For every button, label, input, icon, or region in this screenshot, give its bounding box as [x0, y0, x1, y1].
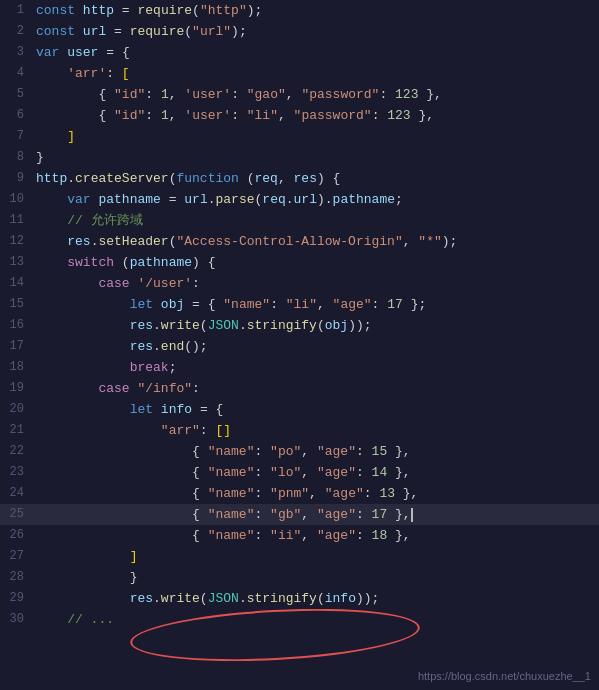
line-num-27: 27	[0, 546, 32, 567]
line-num-21: 21	[0, 420, 32, 441]
code-line-9: 9 http.createServer(function (req, res) …	[0, 168, 599, 189]
line-content-21: "arr": []	[32, 420, 599, 441]
line-content-29: res.write(JSON.stringify(info));	[32, 588, 599, 609]
line-content-19: case "/info":	[32, 378, 599, 399]
code-line-7: 7 ]	[0, 126, 599, 147]
line-content-30: // ...	[32, 609, 599, 630]
code-line-30: 30 // ...	[0, 609, 599, 630]
line-num-19: 19	[0, 378, 32, 399]
line-num-25: 25	[0, 504, 32, 525]
code-line-11: 11 // 允许跨域	[0, 210, 599, 231]
line-content-7: ]	[32, 126, 599, 147]
line-content-16: res.write(JSON.stringify(obj));	[32, 315, 599, 336]
line-num-28: 28	[0, 567, 32, 588]
line-content-9: http.createServer(function (req, res) {	[32, 168, 599, 189]
code-line-21: 21 "arr": []	[0, 420, 599, 441]
code-line-25: 25 { "name": "gb", "age": 17 },	[0, 504, 599, 525]
line-num-29: 29	[0, 588, 32, 609]
line-num-8: 8	[0, 147, 32, 168]
code-line-3: 3 var user = {	[0, 42, 599, 63]
line-content-22: { "name": "po", "age": 15 },	[32, 441, 599, 462]
line-num-13: 13	[0, 252, 32, 273]
line-num-9: 9	[0, 168, 32, 189]
code-line-28: 28 }	[0, 567, 599, 588]
code-editor: 1 const http = require("http"); 2 const …	[0, 0, 599, 690]
code-line-15: 15 let obj = { "name": "li", "age": 17 }…	[0, 294, 599, 315]
line-content-1: const http = require("http");	[32, 0, 599, 21]
line-content-27: ]	[32, 546, 599, 567]
line-content-11: // 允许跨域	[32, 210, 599, 231]
code-line-29: 29 res.write(JSON.stringify(info));	[0, 588, 599, 609]
line-num-23: 23	[0, 462, 32, 483]
watermark: https://blog.csdn.net/chuxuezhe__1	[418, 670, 591, 682]
line-num-2: 2	[0, 21, 32, 42]
line-content-28: }	[32, 567, 599, 588]
line-content-2: const url = require("url");	[32, 21, 599, 42]
line-content-24: { "name": "pnm", "age": 13 },	[32, 483, 599, 504]
line-content-23: { "name": "lo", "age": 14 },	[32, 462, 599, 483]
code-line-14: 14 case '/user':	[0, 273, 599, 294]
line-content-20: let info = {	[32, 399, 599, 420]
line-content-14: case '/user':	[32, 273, 599, 294]
code-line-8: 8 }	[0, 147, 599, 168]
line-content-15: let obj = { "name": "li", "age": 17 };	[32, 294, 599, 315]
line-num-12: 12	[0, 231, 32, 252]
line-num-5: 5	[0, 84, 32, 105]
line-content-25: { "name": "gb", "age": 17 },	[32, 504, 599, 525]
code-line-4: 4 'arr': [	[0, 63, 599, 84]
line-num-3: 3	[0, 42, 32, 63]
line-num-10: 10	[0, 189, 32, 210]
code-line-19: 19 case "/info":	[0, 378, 599, 399]
code-line-18: 18 break;	[0, 357, 599, 378]
code-line-6: 6 { "id": 1, 'user': "li", "password": 1…	[0, 105, 599, 126]
line-num-26: 26	[0, 525, 32, 546]
code-line-20: 20 let info = {	[0, 399, 599, 420]
line-content-12: res.setHeader("Access-Control-Allow-Orig…	[32, 231, 599, 252]
code-line-17: 17 res.end();	[0, 336, 599, 357]
code-line-22: 22 { "name": "po", "age": 15 },	[0, 441, 599, 462]
line-num-16: 16	[0, 315, 32, 336]
line-content-10: var pathname = url.parse(req.url).pathna…	[32, 189, 599, 210]
line-content-8: }	[32, 147, 599, 168]
code-line-16: 16 res.write(JSON.stringify(obj));	[0, 315, 599, 336]
code-line-2: 2 const url = require("url");	[0, 21, 599, 42]
line-content-17: res.end();	[32, 336, 599, 357]
line-num-24: 24	[0, 483, 32, 504]
line-num-22: 22	[0, 441, 32, 462]
code-line-1: 1 const http = require("http");	[0, 0, 599, 21]
line-num-7: 7	[0, 126, 32, 147]
code-line-24: 24 { "name": "pnm", "age": 13 },	[0, 483, 599, 504]
code-line-12: 12 res.setHeader("Access-Control-Allow-O…	[0, 231, 599, 252]
code-line-27: 27 ]	[0, 546, 599, 567]
code-line-13: 13 switch (pathname) {	[0, 252, 599, 273]
line-num-15: 15	[0, 294, 32, 315]
line-num-18: 18	[0, 357, 32, 378]
line-content-6: { "id": 1, 'user': "li", "password": 123…	[32, 105, 599, 126]
line-num-30: 30	[0, 609, 32, 630]
line-num-20: 20	[0, 399, 32, 420]
line-num-11: 11	[0, 210, 32, 231]
line-num-6: 6	[0, 105, 32, 126]
line-num-17: 17	[0, 336, 32, 357]
code-line-5: 5 { "id": 1, 'user': "gao", "password": …	[0, 84, 599, 105]
line-content-5: { "id": 1, 'user': "gao", "password": 12…	[32, 84, 599, 105]
line-content-13: switch (pathname) {	[32, 252, 599, 273]
line-num-14: 14	[0, 273, 32, 294]
line-num-4: 4	[0, 63, 32, 84]
line-content-4: 'arr': [	[32, 63, 599, 84]
code-line-23: 23 { "name": "lo", "age": 14 },	[0, 462, 599, 483]
line-content-26: { "name": "ii", "age": 18 },	[32, 525, 599, 546]
line-content-3: var user = {	[32, 42, 599, 63]
code-line-26: 26 { "name": "ii", "age": 18 },	[0, 525, 599, 546]
line-num-1: 1	[0, 0, 32, 21]
line-content-18: break;	[32, 357, 599, 378]
code-line-10: 10 var pathname = url.parse(req.url).pat…	[0, 189, 599, 210]
